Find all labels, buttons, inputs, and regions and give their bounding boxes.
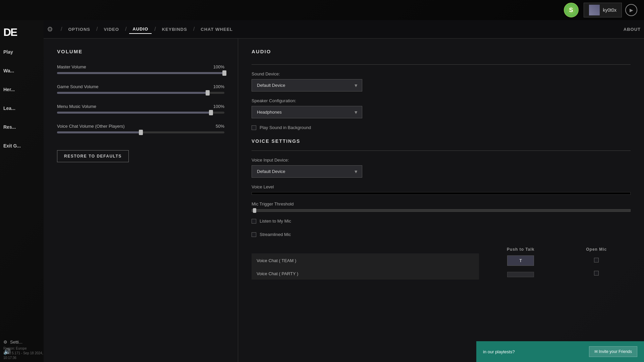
speaker-config-label: Speaker Configuration: [252, 98, 631, 103]
tab-video[interactable]: VIDEO [100, 25, 122, 34]
topbar: S ky0t0x ▶ [0, 0, 644, 20]
voice-chat-volume-value: 50% [216, 124, 224, 129]
voice-team-push-to-talk-button[interactable]: T [507, 255, 534, 266]
menu-music-label: Menu Music Volume [57, 104, 96, 109]
nav-tabs: ⚙ / OPTIONS / VIDEO / AUDIO / KEYBINDS /… [44, 20, 644, 39]
menu-music-value: 100% [213, 104, 224, 109]
table-row: Voice Chat ( PARTY ) [252, 268, 631, 280]
nav-sep-5: / [193, 26, 195, 32]
voice-input-device-wrapper: Default Device ▼ [252, 165, 362, 178]
gear-icon: ⚙ [3, 340, 7, 345]
voice-level-label: Voice Level [252, 184, 631, 189]
mic-threshold-track[interactable] [252, 209, 631, 212]
sound-device-select[interactable]: Default Device [252, 79, 362, 92]
sidebar: DE Play Wa... Her... Lea... Res... Exit … [0, 20, 44, 362]
voice-team-open-mic-cell [562, 253, 631, 268]
game-sound-value: 100% [213, 84, 224, 89]
tab-audio[interactable]: AUDIO [129, 25, 152, 34]
sidebar-item-wa[interactable]: Wa... [3, 66, 40, 75]
voice-party-label: Voice Chat ( PARTY ) [252, 268, 479, 280]
mic-threshold-container [252, 209, 631, 212]
tab-options[interactable]: OPTIONS [65, 25, 94, 34]
listen-to-mic-checkbox[interactable] [252, 219, 256, 224]
username: ky0t0x [603, 7, 616, 13]
game-sound-thumb[interactable] [206, 90, 210, 96]
sidebar-item-her[interactable]: Her... [3, 85, 40, 94]
notification-text: in our playtests? [483, 349, 515, 354]
settings-link[interactable]: ⚙ Setti... [3, 340, 40, 345]
mic-threshold-label: Mic Trigger Threshold [252, 201, 631, 206]
voice-input-device-select[interactable]: Default Device [252, 165, 362, 178]
open-mic-header: Open Mic [562, 245, 631, 253]
master-volume-track[interactable] [57, 72, 224, 74]
voice-settings-title: VOICE SETTINGS [252, 138, 631, 144]
play-sound-bg-checkbox[interactable] [252, 125, 256, 130]
user-info[interactable]: ky0t0x [584, 3, 622, 17]
sound-device-label: Sound Device: [252, 71, 631, 76]
voice-party-open-mic-cell [562, 268, 631, 280]
menu-music-header: Menu Music Volume 100% [57, 104, 224, 109]
user-avatar [589, 5, 600, 15]
play-sound-bg-row: Play Sound in Background [252, 125, 631, 130]
voice-chat-volume-label: Voice Chat Volume (Other Players) [57, 124, 125, 129]
voice-level-bar [252, 192, 631, 195]
game-sound-fill [57, 92, 208, 94]
master-volume-group: Master Volume 100% [57, 64, 224, 74]
invite-friends-button[interactable]: ✉ Invite your Friends [589, 346, 637, 357]
gear-icon[interactable]: ⚙ [47, 25, 53, 33]
voice-input-device-label: Voice Input Device: [252, 158, 631, 163]
sidebar-item-exit[interactable]: Exit G... [3, 141, 40, 150]
audio-title: AUDIO [252, 49, 631, 54]
nav-sep-4: / [154, 26, 156, 32]
streamlined-mic-checkbox[interactable] [252, 232, 256, 237]
play-button[interactable]: ▶ [625, 4, 637, 16]
voice-chat-table: Push to Talk Open Mic Voice Chat ( TEAM … [252, 245, 631, 280]
mic-threshold-thumb[interactable] [253, 208, 256, 213]
menu-music-track[interactable] [57, 112, 224, 114]
restore-defaults-button[interactable]: RESTORE TO DEFAULTS [57, 150, 129, 162]
menu-music-fill [57, 112, 211, 114]
master-volume-label: Master Volume [57, 64, 86, 69]
listen-to-mic-row: Listen to My Mic [252, 219, 631, 224]
sidebar-item-play[interactable]: Play [3, 48, 40, 56]
voice-chat-volume-group: Voice Chat Volume (Other Players) 50% [57, 124, 224, 133]
avatar: S [564, 3, 579, 17]
play-sound-bg-label: Play Sound in Background [260, 125, 311, 130]
sidebar-logo: DE [3, 27, 40, 38]
game-sound-track[interactable] [57, 92, 224, 94]
tab-about[interactable]: ABOUT [624, 27, 641, 32]
volume-section: VOLUME Master Volume 100% Game Sound Vol… [44, 39, 238, 362]
sound-device-wrapper: Default Device ▼ [252, 79, 362, 92]
voice-party-push-to-talk-button[interactable] [507, 272, 534, 277]
nav-sep-3: / [125, 26, 126, 32]
streamlined-mic-row: Streamlined Mic [252, 232, 631, 237]
voice-chat-volume-thumb[interactable] [139, 130, 143, 135]
nav-sep-2: / [96, 26, 98, 32]
nav-sep-1: / [61, 26, 62, 32]
voice-party-key-cell [479, 268, 562, 280]
volume-title: VOLUME [57, 49, 224, 54]
sidebar-item-lea[interactable]: Lea... [3, 104, 40, 113]
voice-chat-volume-fill [57, 131, 141, 133]
audio-section: AUDIO Sound Device: Default Device ▼ Spe… [238, 39, 644, 362]
tab-chat-wheel[interactable]: CHAT WHEEL [197, 25, 236, 34]
master-volume-header: Master Volume 100% [57, 64, 224, 69]
voice-team-key-cell: T [479, 253, 562, 268]
sidebar-item-res[interactable]: Res... [3, 123, 40, 131]
voice-team-open-mic-checkbox[interactable] [594, 258, 599, 262]
tab-keybinds[interactable]: KEYBINDS [159, 25, 191, 34]
voice-chat-volume-track[interactable] [57, 131, 224, 133]
menu-music-group: Menu Music Volume 100% [57, 104, 224, 114]
region-info: Region: Europe Build 5.171 - Sep 18 2024… [3, 346, 44, 360]
voice-party-open-mic-checkbox[interactable] [594, 271, 599, 276]
table-row: Voice Chat ( TEAM ) T [252, 253, 631, 268]
menu-music-thumb[interactable] [209, 110, 213, 115]
game-sound-group: Game Sound Volume 100% [57, 84, 224, 94]
master-volume-value: 100% [213, 64, 224, 69]
speaker-config-select[interactable]: HeadphonesStereoSurround 5.1Surround 7.1 [252, 106, 362, 118]
voice-chat-volume-header: Voice Chat Volume (Other Players) 50% [57, 124, 224, 129]
settings-content: VOLUME Master Volume 100% Game Sound Vol… [44, 39, 644, 362]
master-volume-thumb[interactable] [222, 70, 226, 76]
settings-panel: ⚙ / OPTIONS / VIDEO / AUDIO / KEYBINDS /… [44, 20, 644, 362]
game-sound-header: Game Sound Volume 100% [57, 84, 224, 89]
